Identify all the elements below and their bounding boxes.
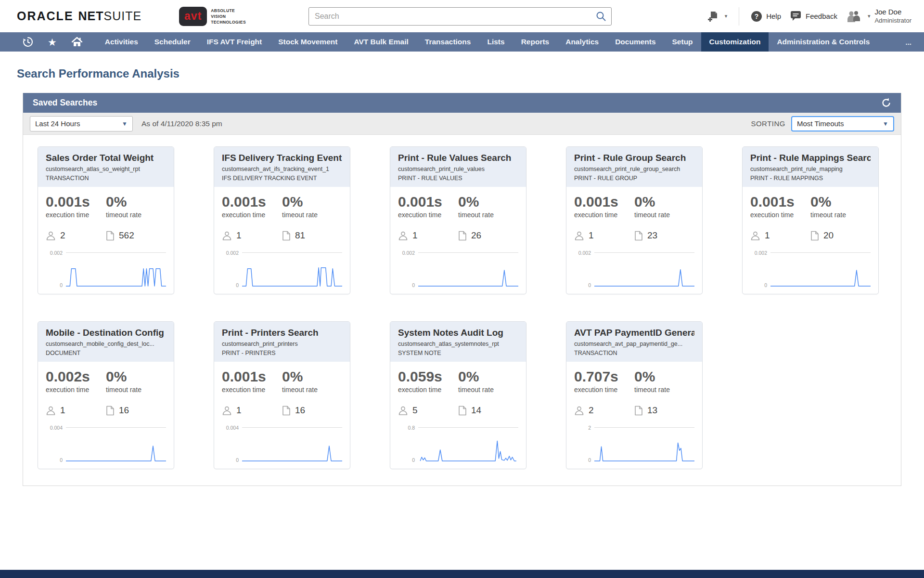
chevron-down-icon: ▼ xyxy=(122,120,128,127)
global-search xyxy=(308,7,612,26)
saved-search-card[interactable]: Sales Order Total Weight customsearch_at… xyxy=(38,146,174,294)
execution-time-metric: 0.001s execution time xyxy=(46,194,106,219)
nav-item-setup[interactable]: Setup xyxy=(664,32,701,52)
card-search-id: customsearch_print_rule_group_search xyxy=(574,166,694,172)
card-metrics: 0.001s execution time 0% timeout rate xyxy=(222,368,342,394)
sparkline-y-labels: 0.8 0 xyxy=(398,427,418,461)
card-counts: 1 20 xyxy=(750,230,871,241)
nav-item-customization[interactable]: Customization xyxy=(701,32,769,52)
execution-time-metric: 0.002s execution time xyxy=(46,368,106,394)
timeout-rate-metric: 0% timeout rate xyxy=(634,368,694,394)
timeout-rate-value: 0% xyxy=(106,368,166,384)
nav-item-activities[interactable]: Activities xyxy=(97,32,146,52)
timeout-rate-metric: 0% timeout rate xyxy=(634,194,694,219)
home-button[interactable] xyxy=(64,32,90,52)
card-metrics: 0.001s execution time 0% timeout rate xyxy=(398,194,518,219)
person-icon xyxy=(46,231,56,241)
execution-time-label: execution time xyxy=(574,211,634,219)
sorting-value: Most Timeouts xyxy=(797,119,844,128)
nav-item-reports[interactable]: Reports xyxy=(513,32,558,52)
card-title: Print - Rule Values Search xyxy=(398,153,518,163)
sparkline-chart: 0.002 0 xyxy=(398,252,518,286)
top-header: ORACLE NETSUITE avt ABSOLUTE VISION TECH… xyxy=(0,0,924,32)
timeout-rate-metric: 0% timeout rate xyxy=(810,194,871,219)
card-body: 0.707s execution time 0% timeout rate 2 xyxy=(566,362,702,469)
runs-count: 20 xyxy=(810,230,871,241)
oracle-netsuite-logo[interactable]: ORACLE NETSUITE xyxy=(17,9,141,23)
person-icon xyxy=(398,231,408,241)
saved-search-card[interactable]: Mobile - Destination Config ... customse… xyxy=(38,321,174,469)
execution-time-metric: 0.001s execution time xyxy=(750,194,810,219)
timeout-rate-label: timeout rate xyxy=(282,386,342,394)
cards-area: Sales Order Total Weight customsearch_at… xyxy=(23,135,901,486)
nav-item-documents[interactable]: Documents xyxy=(607,32,664,52)
recent-records-button[interactable] xyxy=(15,32,40,52)
execution-time-value: 0.001s xyxy=(46,194,106,210)
card-metrics: 0.002s execution time 0% timeout rate xyxy=(46,368,166,394)
sparkline-y-labels: 0.004 0 xyxy=(222,427,242,461)
card-search-id: customsearch_atlas_so_weight_rpt xyxy=(46,166,166,172)
sparkline-y-labels: 0.002 0 xyxy=(46,252,66,286)
nav-item-transactions[interactable]: Transactions xyxy=(417,32,479,52)
shortcuts-button[interactable]: ★ xyxy=(40,32,64,52)
card-counts: 2 562 xyxy=(46,230,166,241)
runs-count: 14 xyxy=(458,405,518,416)
card-counts: 1 16 xyxy=(46,405,166,416)
card-search-id: customsearch_avt_ifs_tracking_event_1 xyxy=(222,166,342,172)
card-title: IFS Delivery Tracking Event ... xyxy=(222,153,342,163)
help-button[interactable]: ? Help xyxy=(751,11,781,22)
nav-item-avt-bulk-email[interactable]: AVT Bulk Email xyxy=(346,32,416,52)
saved-search-card[interactable]: AVT PAP PaymentID Genera... customsearch… xyxy=(566,321,703,469)
timeout-rate-metric: 0% timeout rate xyxy=(282,194,342,219)
nav-item-lists[interactable]: Lists xyxy=(479,32,513,52)
card-record-type: SYSTEM NOTE xyxy=(398,350,518,356)
card-record-type: TRANSACTION xyxy=(574,350,694,356)
user-menu[interactable]: ▾ Joe Doe Administrator xyxy=(846,8,911,25)
saved-search-card[interactable]: Print - Rule Group Search customsearch_p… xyxy=(566,146,703,294)
card-body: 0.001s execution time 0% timeout rate 1 xyxy=(566,187,702,294)
saved-search-card[interactable]: IFS Delivery Tracking Event ... customse… xyxy=(214,146,350,294)
saved-search-card[interactable]: System Notes Audit Log customsearch_atla… xyxy=(390,321,526,469)
avt-badge: avt xyxy=(179,7,207,26)
y-min-label: 0 xyxy=(588,457,591,463)
card-counts: 1 16 xyxy=(222,405,342,416)
card-counts: 1 81 xyxy=(222,230,342,241)
feedback-button[interactable]: Feedback xyxy=(790,11,837,22)
nav-item-administration-controls[interactable]: Administration & Controls xyxy=(769,32,878,52)
nav-item-analytics[interactable]: Analytics xyxy=(557,32,607,52)
card-title: Print - Rule Group Search xyxy=(574,153,694,163)
users-count-value: 5 xyxy=(412,405,418,416)
users-count: 1 xyxy=(398,230,458,241)
time-range-select[interactable]: Last 24 Hours ▼ xyxy=(30,116,133,131)
sorting-select[interactable]: Most Timeouts ▼ xyxy=(791,116,894,131)
execution-time-label: execution time xyxy=(46,386,106,394)
runs-count-value: 13 xyxy=(647,405,657,416)
nav-item-scheduler[interactable]: Scheduler xyxy=(146,32,199,52)
timeout-rate-label: timeout rate xyxy=(106,386,166,394)
time-range-value: Last 24 Hours xyxy=(35,119,80,128)
timeout-rate-value: 0% xyxy=(458,368,518,384)
card-record-type: PRINT - RULE VALUES xyxy=(398,175,518,182)
timeout-rate-value: 0% xyxy=(634,368,694,384)
saved-search-card[interactable]: Print - Rule Mappings Search customsearc… xyxy=(742,146,879,294)
saved-search-card[interactable]: Print - Printers Search customsearch_pri… xyxy=(214,321,350,469)
nav-item-stock-movement[interactable]: Stock Movement xyxy=(270,32,346,52)
timeout-rate-value: 0% xyxy=(106,194,166,210)
create-new-button[interactable]: ▾ xyxy=(707,10,728,23)
sorting-label: SORTING xyxy=(751,119,785,128)
card-title: AVT PAP PaymentID Genera... xyxy=(574,328,694,338)
company-name-lines: ABSOLUTE VISION TECHNOLOGIES xyxy=(211,8,246,25)
sparkline-y-labels: 0.002 0 xyxy=(398,252,418,286)
search-input[interactable] xyxy=(308,7,612,26)
search-icon[interactable] xyxy=(595,11,607,24)
nav-overflow-button[interactable]: ... xyxy=(893,32,924,52)
execution-time-metric: 0.059s execution time xyxy=(398,368,458,394)
users-count: 1 xyxy=(222,405,282,416)
card-body: 0.059s execution time 0% timeout rate 5 xyxy=(390,362,526,469)
y-max-label: 0.002 xyxy=(50,250,63,256)
refresh-button[interactable] xyxy=(881,98,891,108)
nav-item-ifs-avt-freight[interactable]: IFS AVT Freight xyxy=(199,32,270,52)
document-icon xyxy=(634,231,643,241)
saved-search-card[interactable]: Print - Rule Values Search customsearch_… xyxy=(390,146,526,294)
timeout-rate-metric: 0% timeout rate xyxy=(282,368,342,394)
